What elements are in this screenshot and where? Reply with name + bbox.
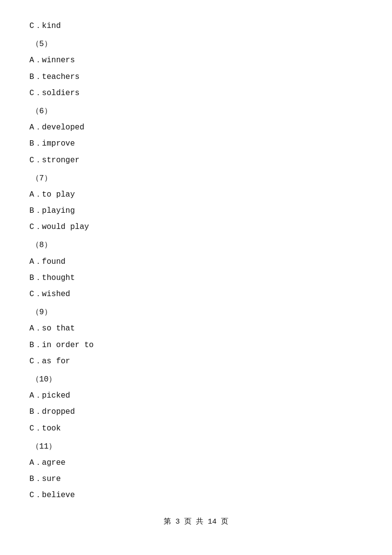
section-number-6: （10） [29,373,363,386]
answer-option: C．would play [29,221,363,234]
answer-option: A．winners [29,54,363,67]
section-number-2: （6） [29,105,363,118]
answer-option: B．in order to [29,339,363,352]
page-footer: 第 3 页 共 14 页 [29,517,363,526]
answer-option: A．agree [29,456,363,470]
answer-option: A．so that [29,322,363,335]
section-number-1: （5） [29,38,363,51]
answer-option: C．wished [29,288,363,301]
answer-option: C．as for [29,355,363,368]
answer-option: C．believe [29,489,363,502]
section-number-5: （9） [29,306,363,319]
answer-option: B．thought [29,272,363,285]
answer-option: B．sure [29,473,363,486]
answer-option: B．improve [29,137,363,151]
section-number-4: （8） [29,239,363,252]
section-number-3: （7） [29,172,363,185]
section-number-7: （11） [29,440,363,454]
answer-option: A．to play [29,188,363,202]
answer-option: A．found [29,255,363,269]
answer-option: A．developed [29,121,363,134]
answer-option: C．kind [29,20,363,33]
answer-option: C．soldiers [29,87,363,100]
answer-option: B．playing [29,204,363,218]
answer-option: B．dropped [29,405,363,419]
answer-option: C．took [29,422,363,435]
answer-option: B．teachers [29,71,363,84]
answer-option: C．stronger [29,154,363,167]
answer-option: A．picked [29,389,363,403]
